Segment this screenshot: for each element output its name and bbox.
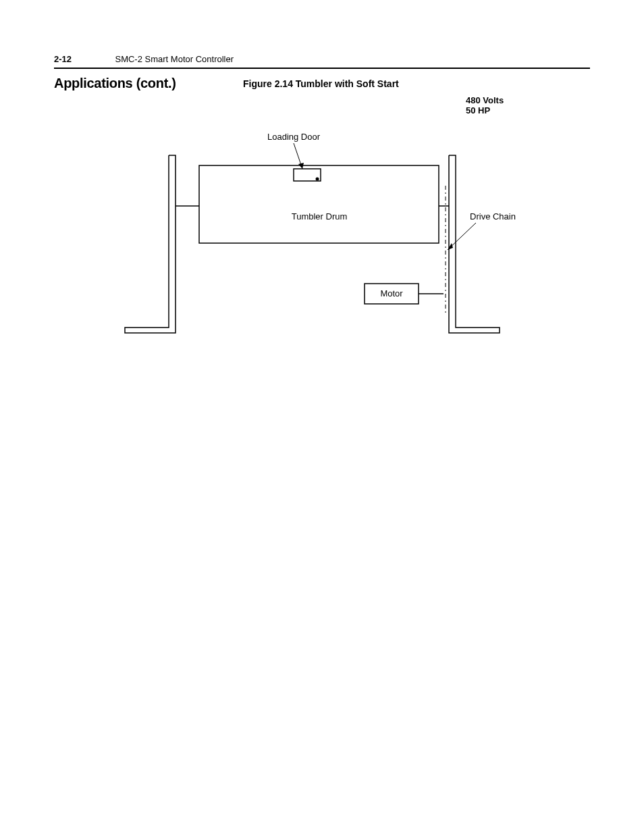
- section-title: Applications (cont.): [54, 76, 176, 91]
- rating-hp: 50 HP: [466, 106, 504, 116]
- tumbler-drum-icon: [199, 165, 439, 243]
- left-support-icon: [125, 155, 176, 333]
- figure-diagram: Loading Door Tumbler Drum Motor Drive Ch…: [125, 132, 503, 334]
- page-number: 2-12: [54, 54, 72, 64]
- motor-label: Motor: [380, 288, 403, 298]
- rating-block: 480 Volts 50 HP: [466, 96, 504, 116]
- loading-door-label: Loading Door: [267, 132, 321, 142]
- page: 2-12 SMC-2 Smart Motor Controller Applic…: [0, 0, 644, 834]
- header-title: SMC-2 Smart Motor Controller: [115, 54, 234, 64]
- right-support-icon: [449, 155, 500, 333]
- door-dot-icon: [316, 178, 319, 181]
- figure-caption: Figure 2.14 Tumbler with Soft Start: [243, 78, 399, 89]
- page-header: 2-12 SMC-2 Smart Motor Controller: [54, 53, 590, 69]
- drive-chain-label: Drive Chain: [470, 211, 516, 221]
- tumbler-drum-label: Tumbler Drum: [292, 211, 348, 221]
- drive-chain-arrowhead-icon: [448, 243, 453, 250]
- rating-volts: 480 Volts: [466, 96, 504, 106]
